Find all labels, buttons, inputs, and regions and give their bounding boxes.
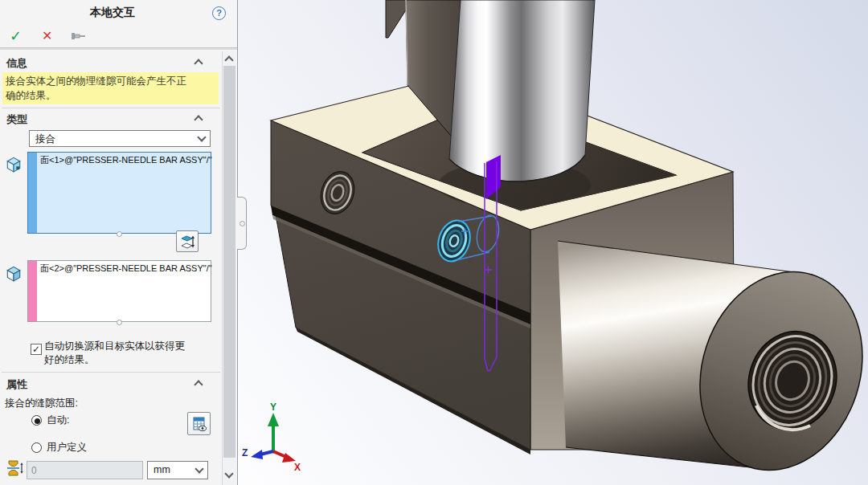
join-type-value: 接合 xyxy=(35,132,55,146)
radio-user-defined[interactable] xyxy=(31,442,42,453)
calculator-eye-icon xyxy=(190,415,208,433)
scrollbar-thumb[interactable] xyxy=(223,66,235,458)
chevron-down-icon xyxy=(197,132,206,141)
divider xyxy=(2,108,220,108)
property-manager-panel: 本地交互 ? ✓ ✕ 信息 接合实体之间的物理缝隙可能会产生不正 确的结果。 类… xyxy=(0,0,238,485)
viewport-3d[interactable]: Y X Z xyxy=(238,0,868,485)
section-header-properties: 属性 xyxy=(6,377,27,392)
target-selection-box[interactable]: 面<2>@"PRESSER-NEEDLE BAR ASSY"/" xyxy=(27,260,211,322)
divider xyxy=(2,372,220,373)
radio-auto[interactable] xyxy=(31,415,42,426)
z-axis-label: Z xyxy=(242,447,248,459)
collapse-info-icon[interactable] xyxy=(194,59,203,67)
chevron-down-icon xyxy=(194,464,203,473)
help-icon[interactable]: ? xyxy=(212,6,226,20)
gap-distance-icon xyxy=(6,459,25,481)
resize-handle[interactable] xyxy=(117,320,122,325)
solidworks-window: 本地交互 ? ✓ ✕ 信息 接合实体之间的物理缝隙可能会产生不正 确的结果。 类… xyxy=(0,0,868,485)
target-stripe xyxy=(28,261,37,321)
target-face-item[interactable]: 面<2>@"PRESSER-NEEDLE BAR ASSY"/" xyxy=(40,263,212,275)
gap-calculator-button[interactable] xyxy=(187,412,211,435)
needle-bar-rod[interactable] xyxy=(449,0,595,181)
join-type-dropdown[interactable]: 接合 xyxy=(29,130,211,147)
warning-message: 接合实体之间的物理缝隙可能会产生不正 确的结果。 xyxy=(2,72,219,104)
auto-swap-label: 自动切换源和目标实体以获得更 好的结果。 xyxy=(44,340,205,367)
source-stripe xyxy=(28,153,37,233)
panel-resize-handle[interactable] xyxy=(237,197,247,250)
pin-icon[interactable] xyxy=(71,31,87,45)
swap-entities-button[interactable] xyxy=(176,230,199,252)
auto-swap-checkbox[interactable]: ✓ xyxy=(31,344,42,355)
section-header-type: 类型 xyxy=(6,112,27,127)
unit-value: mm xyxy=(154,464,170,475)
radio-user-defined-label: 用户定义 xyxy=(47,441,87,454)
page-title: 本地交互 xyxy=(0,6,225,20)
radio-auto-label: 自动: xyxy=(47,414,69,427)
target-body-icon xyxy=(5,264,23,285)
gap-value-input[interactable] xyxy=(27,461,143,479)
y-axis-label: Y xyxy=(270,401,276,413)
resize-handle[interactable] xyxy=(117,231,122,237)
ok-button[interactable]: ✓ xyxy=(10,27,22,45)
gap-range-label: 接合的缝隙范围: xyxy=(5,397,78,410)
section-header-info: 信息 xyxy=(6,56,27,71)
source-selection-box[interactable]: 面<1>@"PRESSER-NEEDLE BAR ASSY"/" xyxy=(27,152,211,234)
source-body-icon xyxy=(5,155,23,176)
x-axis-label: X xyxy=(294,462,301,473)
panel-titlebar: 本地交互 ? xyxy=(0,0,238,24)
collapse-properties-icon[interactable] xyxy=(194,380,203,389)
toolbar-separator xyxy=(0,47,237,50)
unit-dropdown[interactable]: mm xyxy=(147,461,208,479)
cancel-button[interactable]: ✕ xyxy=(42,28,52,43)
collapse-type-icon[interactable] xyxy=(194,115,203,124)
source-face-item[interactable]: 面<1>@"PRESSER-NEEDLE BAR ASSY"/" xyxy=(40,154,212,166)
swap-faces-icon xyxy=(179,234,195,250)
